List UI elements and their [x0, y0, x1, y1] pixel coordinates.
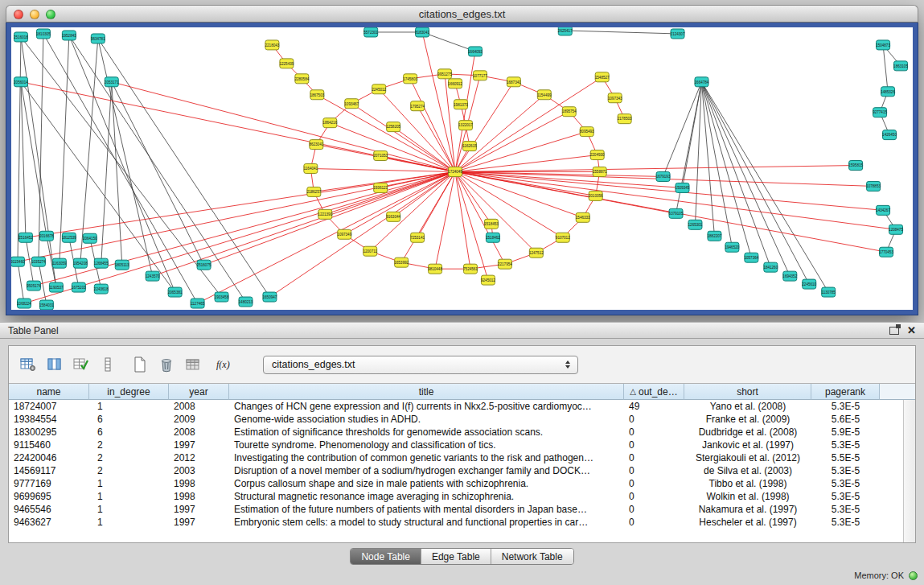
graph-node[interactable]: 2071053: [373, 151, 388, 161]
column-header-title[interactable]: title: [229, 384, 624, 400]
graph-node[interactable]: 1247512: [529, 248, 544, 257]
graph-node[interactable]: 1093467: [344, 99, 359, 109]
close-window-button[interactable]: [14, 10, 23, 19]
graph-node[interactable]: 1434267: [876, 205, 890, 215]
graph-node[interactable]: 1068224: [17, 299, 31, 308]
table-settings-icon[interactable]: [17, 354, 39, 375]
column-header-year[interactable]: year: [169, 384, 229, 400]
graph-node[interactable]: 1664784: [695, 77, 709, 87]
window-titlebar[interactable]: citations_edges.txt: [6, 5, 918, 23]
zoom-window-button[interactable]: [46, 10, 55, 19]
minimize-window-button[interactable]: [30, 10, 39, 19]
graph-node[interactable]: 2516075: [197, 260, 211, 270]
column-header-in-degree[interactable]: in_degree: [89, 384, 169, 400]
graph-node[interactable]: 1225439: [279, 59, 294, 68]
graph-node[interactable]: 1981373: [454, 100, 468, 109]
graph-node[interactable]: 1162615: [462, 142, 477, 151]
graph-node[interactable]: 1548527: [595, 72, 610, 82]
graph-node[interactable]: 1258205: [386, 122, 400, 132]
graph-node[interactable]: 9163044: [386, 212, 400, 221]
table-row[interactable]: 2242004622012Investigating the contribut…: [9, 451, 903, 464]
graph-node[interactable]: 2217954: [498, 259, 512, 269]
graph-node[interactable]: 1243570: [146, 271, 160, 281]
graph-node[interactable]: 1480213: [239, 297, 253, 307]
graph-node[interactable]: 1127465: [191, 299, 205, 308]
graph-node[interactable]: 9107012: [556, 233, 570, 242]
graph-node[interactable]: 9277415: [873, 108, 887, 117]
graph-node[interactable]: 6379105: [669, 208, 684, 218]
graph-node[interactable]: 5572301: [363, 27, 378, 37]
column-header-pagerank[interactable]: pagerank: [811, 384, 880, 400]
graph-node[interactable]: 9634781: [91, 34, 105, 43]
graph-node[interactable]: 1057364: [744, 253, 758, 262]
table-row[interactable]: 1872400712008Changes of HCN gene express…: [9, 400, 903, 413]
graph-node[interactable]: 1322017: [458, 121, 473, 130]
table-source-select[interactable]: citations_edges.txt: [263, 356, 578, 374]
tab-network-table[interactable]: Network Table: [491, 549, 573, 564]
graph-node[interactable]: 1863105: [893, 61, 908, 71]
graph-node[interactable]: 9810448: [428, 264, 442, 274]
graph-node[interactable]: 2516452: [18, 233, 33, 242]
graph-node[interactable]: 7524561: [463, 264, 478, 274]
tab-edge-table[interactable]: Edge Table: [421, 549, 491, 564]
graph-node[interactable]: 1130785: [821, 287, 836, 297]
graph-node[interactable]: 1518462: [486, 233, 500, 242]
network-canvas[interactable]: 1724049155887120100561546333910701212475…: [11, 27, 913, 310]
graph-node[interactable]: 1509345: [676, 183, 690, 192]
graph-node[interactable]: 2516018: [14, 32, 28, 42]
show-columns-icon[interactable]: [43, 354, 66, 375]
graph-node[interactable]: 1679193: [656, 171, 671, 181]
graph-node[interactable]: 1650947: [263, 292, 277, 302]
graph-node[interactable]: 1163059: [52, 258, 67, 268]
graph-node[interactable]: 1841260: [763, 262, 778, 272]
graph-node[interactable]: 1097349: [337, 229, 351, 239]
graph-node[interactable]: 2280584: [294, 74, 309, 84]
graph-node[interactable]: 1660912: [448, 79, 462, 89]
graph-node[interactable]: 1675203: [72, 282, 86, 292]
graph-node[interactable]: 1812539: [62, 233, 76, 242]
graph-node[interactable]: 1097343: [608, 93, 622, 103]
float-panel-icon[interactable]: [889, 327, 899, 335]
graph-node[interactable]: 2064150: [83, 233, 97, 243]
tab-node-table[interactable]: Node Table: [351, 549, 421, 564]
table-scrollbar[interactable]: [903, 400, 915, 542]
column-header-short[interactable]: short: [684, 384, 811, 400]
delete-table-icon[interactable]: [155, 354, 178, 375]
graph-node[interactable]: 1164041: [304, 164, 318, 174]
graph-node[interactable]: 1694352: [782, 271, 797, 281]
row-height-icon[interactable]: [97, 354, 119, 375]
graph-node[interactable]: 1035274: [31, 257, 46, 266]
graph-node[interactable]: 2245012: [372, 84, 386, 94]
graph-node[interactable]: 1745803: [403, 74, 417, 84]
graph-node[interactable]: 1724049: [448, 167, 462, 177]
graph-node[interactable]: 1867503: [310, 90, 324, 100]
graph-node[interactable]: 1265301: [688, 220, 703, 229]
table-row[interactable]: 977716911998Corpus callosum shape and si…: [9, 477, 903, 490]
table-row[interactable]: 1938455462009Genome-wide association stu…: [9, 413, 903, 426]
graph-node[interactable]: 1805113: [115, 260, 129, 270]
table-row[interactable]: 946554611997Estimation of the future num…: [9, 503, 903, 516]
graph-node[interactable]: 1946520: [725, 242, 739, 252]
graph-node[interactable]: 1895754: [562, 107, 577, 117]
graph-node[interactable]: 1485326: [881, 87, 895, 97]
column-header-name[interactable]: name: [9, 384, 89, 400]
graph-node[interactable]: 1154499: [537, 90, 552, 100]
graph-node[interactable]: 2186257: [306, 187, 321, 196]
graph-node[interactable]: 2053171: [105, 77, 119, 87]
graph-node[interactable]: 2178503: [618, 114, 632, 124]
graph-node[interactable]: 1952843: [62, 31, 76, 40]
select-rows-icon[interactable]: [70, 354, 92, 375]
table-row[interactable]: 1456911722003Disruption of a novel membe…: [9, 464, 903, 477]
graph-node[interactable]: 1221390: [318, 209, 332, 219]
function-builder-icon[interactable]: f(x): [214, 354, 236, 375]
graph-node[interactable]: 9245012: [481, 275, 495, 285]
graph-node[interactable]: 2016678: [39, 231, 54, 241]
graph-node[interactable]: 2124307: [671, 29, 685, 39]
graph-node[interactable]: 2065381: [168, 287, 183, 297]
graph-node[interactable]: 2010056: [589, 191, 603, 200]
table-row[interactable]: 911546021997Tourette syndrome. Phenomeno…: [9, 439, 903, 451]
table-row[interactable]: 946362711997Embryonic stem cells: a mode…: [9, 516, 903, 529]
graph-node[interactable]: 1558871: [593, 167, 607, 177]
graph-node[interactable]: 2243618: [94, 284, 109, 294]
graph-node[interactable]: 1518453: [484, 219, 499, 229]
